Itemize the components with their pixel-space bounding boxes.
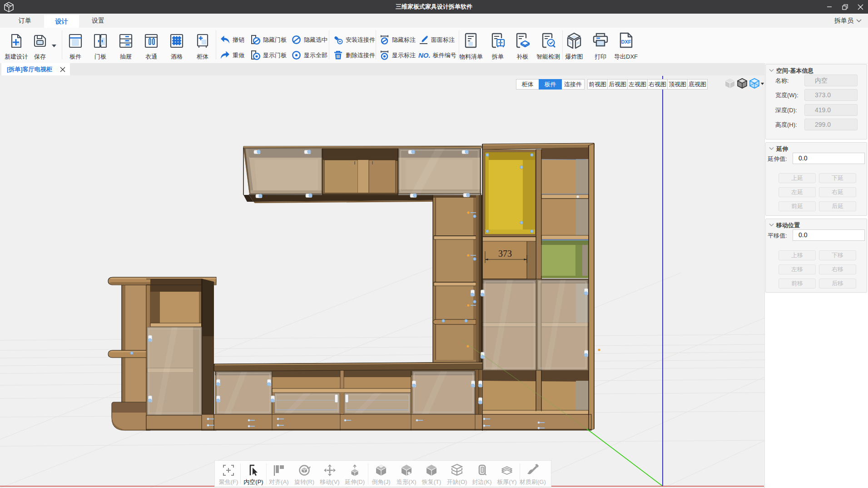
svg-text:373: 373 xyxy=(498,249,512,259)
svg-text:DXF: DXF xyxy=(621,39,631,45)
